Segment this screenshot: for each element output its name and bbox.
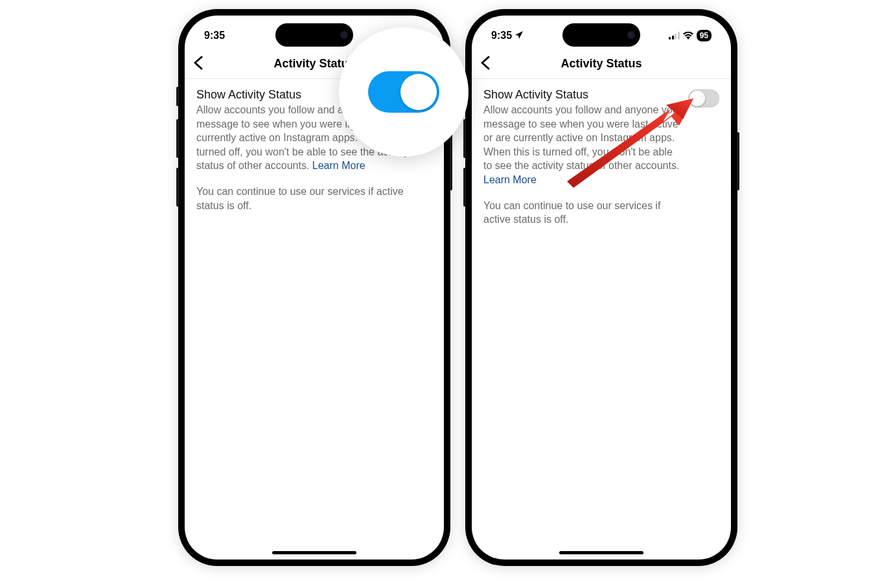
power-button [737, 132, 739, 190]
volume-down-button [463, 168, 466, 207]
battery-level: 95 [697, 30, 712, 41]
activity-status-toggle[interactable] [688, 89, 719, 107]
setting-note: You can continue to use our services if … [196, 185, 426, 212]
phone-frame-right: 9:35 95 Activity Status [465, 9, 737, 566]
dynamic-island [562, 23, 640, 47]
setting-title: Show Activity Status [483, 88, 682, 102]
volume-down-button [176, 168, 179, 207]
setting-note: You can continue to use our services if … [483, 199, 682, 227]
setting-description: Allow accounts you follow and anyone you… [483, 104, 679, 171]
volume-up-button [176, 119, 179, 158]
back-button[interactable] [192, 54, 204, 74]
zoom-callout: e [339, 27, 469, 157]
nav-header: Activity Status [472, 49, 731, 79]
learn-more-link[interactable]: Learn More [483, 173, 537, 187]
phone-screen-right: 9:35 95 Activity Status [472, 16, 731, 560]
location-icon [515, 30, 524, 41]
mute-switch [176, 87, 179, 106]
wifi-icon [683, 30, 693, 41]
page-title: Activity Status [561, 57, 642, 71]
home-indicator[interactable] [272, 551, 356, 554]
cellular-signal-icon [669, 32, 680, 40]
toggle-knob [689, 91, 705, 106]
back-button[interactable] [480, 54, 491, 74]
dynamic-island [275, 23, 353, 47]
status-time: 9:35 [491, 30, 512, 41]
settings-content: Show Activity Status Allow accounts you … [472, 79, 731, 236]
power-button [450, 132, 452, 190]
toggle-knob [400, 74, 437, 110]
learn-more-link[interactable]: Learn More [312, 159, 365, 173]
volume-up-button [463, 119, 466, 158]
activity-status-toggle-zoomed[interactable] [368, 71, 439, 113]
home-indicator[interactable] [559, 551, 643, 554]
status-time: 9:35 [204, 30, 225, 41]
